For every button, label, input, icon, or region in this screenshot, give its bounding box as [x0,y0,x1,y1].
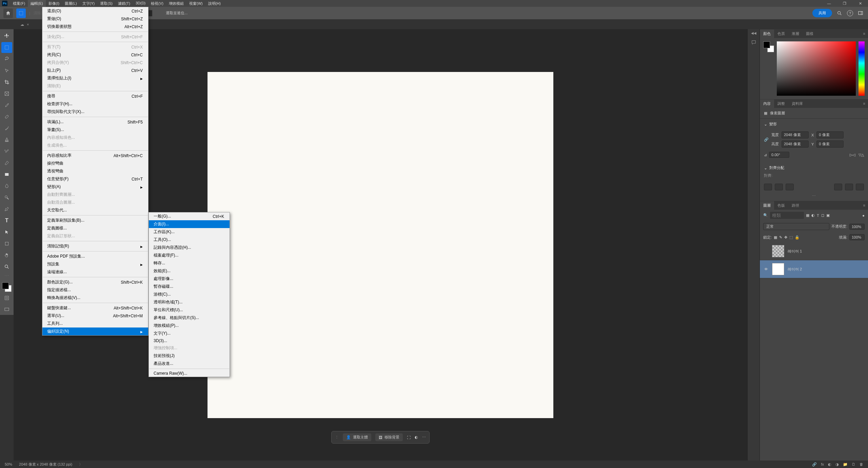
align-center-h[interactable] [775,184,783,190]
menu-item[interactable]: 拷貝(C)Ctrl+C [42,51,148,59]
menu-文字[interactable]: 文字(Y) [80,0,98,7]
type-tool[interactable]: T [1,215,12,226]
lock-pixels-icon[interactable]: ✎ [779,235,782,240]
filter-shape-icon[interactable]: ◻ [821,213,824,218]
menu-item[interactable]: 定義圖樣... [42,224,148,232]
menu-item[interactable]: 切換最後狀態Alt+Ctrl+Z [42,23,148,31]
layer-row[interactable]: 👁 레이어 2 [760,260,868,278]
lock-artboard-icon[interactable]: ⬚ [789,235,793,240]
menu-item[interactable]: 操控彎曲 [42,160,148,167]
menu-item[interactable]: 記錄與內容憑證(H)... [149,244,230,251]
stamp-tool[interactable] [1,134,12,145]
menu-item[interactable]: 內容感知比率Alt+Shift+Ctrl+C [42,152,148,160]
menu-item[interactable]: 天空取代... [42,206,148,214]
menu-item[interactable]: 游標(C)... [149,291,230,298]
menu-item[interactable]: 選擇性貼上(I) [42,74,148,82]
menu-影像[interactable]: 影像(I) [46,0,62,7]
opacity-value[interactable]: 100% [849,224,865,230]
menu-item[interactable]: 選單(U)...Alt+Shift+Ctrl+M [42,312,148,320]
layer-kind-filter[interactable] [770,212,804,219]
menu-item[interactable]: 預設集 [42,260,148,268]
hand-tool[interactable] [1,250,12,261]
more-icon[interactable]: ⋯ [422,435,426,439]
menu-3D[interactable]: 3D(D) [133,0,148,7]
document-tab[interactable]: ☁ × [17,20,32,29]
menu-視窗[interactable]: 視窗(W) [186,0,205,7]
angle-value[interactable]: 0.00° [769,152,789,158]
menu-item[interactable]: 筆畫(S)... [42,126,148,134]
layer-thumbnail[interactable] [772,263,784,275]
align-header[interactable]: 對齊分配 [764,165,864,170]
lock-position-icon[interactable]: ✥ [784,235,787,240]
menu-item[interactable]: 鍵盤快速鍵...Alt+Shift+Ctrl+K [42,304,148,312]
menu-item[interactable]: 偏好設定(N) [42,327,148,335]
align-right[interactable] [786,184,794,190]
filter-adjustment-icon[interactable]: ◐ [811,213,815,218]
tab-paths[interactable]: 路徑 [788,201,803,210]
menu-item[interactable]: 技術預視(J) [149,352,230,360]
new-layer-icon[interactable]: 🗋 [852,462,855,467]
layer-row[interactable]: 레이어 1 [760,242,868,260]
menu-item[interactable]: 填滿(L)...Shift+F5 [42,118,148,126]
panel-menu-icon[interactable]: ≡ [861,32,868,36]
align-left[interactable] [764,184,772,190]
height-value[interactable]: 2048 像素 [782,141,809,148]
transform-icon[interactable]: ⛶ [407,435,411,439]
y-value[interactable]: 0 像素 [816,141,844,148]
layer-name[interactable]: 레이어 1 [788,249,802,254]
adjustment-layer-icon[interactable]: ◑ [835,462,839,467]
pen-tool[interactable] [1,204,12,214]
menu-item[interactable]: 一般(G)...Ctrl+K [149,212,230,220]
maximize-button[interactable]: ❐ [837,0,852,7]
menu-item[interactable]: 產品改進... [149,360,230,368]
layer-mask-icon[interactable]: ◐ [828,462,831,467]
menu-item[interactable]: 還原(O)Ctrl+Z [42,7,148,15]
menu-檢視[interactable]: 檢視(V) [148,0,166,7]
align-top[interactable] [834,184,842,190]
share-button[interactable]: 共用 [812,9,832,17]
tab-layers[interactable]: 圖層 [760,201,774,210]
drag-handle-icon[interactable]: ⋮ [335,435,339,439]
menu-選取[interactable]: 選取(S) [97,0,115,7]
menu-圖層[interactable]: 圖層(L) [62,0,79,7]
history-brush-tool[interactable] [1,146,12,157]
eyedropper-tool[interactable] [1,100,12,111]
dodge-tool[interactable] [1,192,12,203]
minimize-button[interactable]: — [821,0,837,7]
blur-tool[interactable] [1,181,12,191]
panel-menu-icon[interactable]: ≡ [861,101,868,106]
menu-item[interactable]: 轉換為描述檔(V)... [42,294,148,302]
filter-type-icon[interactable]: T [817,213,819,218]
menu-item[interactable]: 介面(I)... [149,220,230,228]
menu-item[interactable]: 單位和尺標(U)... [149,306,230,314]
search-icon[interactable]: 🔍 [763,213,768,218]
x-value[interactable]: 0 像素 [816,131,844,138]
transform-header[interactable]: 變形 [764,121,864,127]
menu-item[interactable]: 貼上(P)Ctrl+V [42,67,148,74]
search-icon[interactable] [835,9,844,17]
adjustment-icon[interactable]: ◐ [415,435,418,439]
menu-編輯[interactable]: 編輯(E) [28,0,46,7]
menu-item[interactable]: 轉存... [149,259,230,267]
layer-name[interactable]: 레이어 2 [788,267,802,272]
menu-增效模組[interactable]: 增效模組 [166,0,186,7]
layer-thumbnail[interactable] [772,245,784,257]
menu-item[interactable]: 透明和色域(T)... [149,298,230,306]
menu-item[interactable]: 工具(O)... [149,236,230,244]
select-subject-button[interactable]: 👤 選取主體 [343,433,371,441]
menu-item[interactable]: Camera Raw(W)... [149,370,230,377]
tab-channels[interactable]: 色版 [774,201,788,210]
filter-toggle[interactable]: ● [862,213,865,218]
menu-item[interactable]: 增效模組(P)... [149,322,230,330]
close-button[interactable]: ✕ [852,0,868,7]
flip-horizontal-icon[interactable]: ▷◁ [850,153,855,157]
remove-background-button[interactable]: 🖼 移除背景 [375,433,403,441]
help-icon[interactable]: ? [847,10,853,16]
menu-item[interactable]: 顏色設定(G)...Shift+Ctrl+K [42,278,148,286]
menu-item[interactable]: Adobe PDF 預設集... [42,252,148,260]
color-picker-swatches[interactable] [763,41,774,52]
select-and-mask-button[interactable]: 選取並遮住... [166,11,188,16]
menu-item[interactable]: 尋找與取代文字(X)... [42,108,148,116]
delete-layer-icon[interactable]: 🗑 [860,462,863,467]
menu-item[interactable]: 變形(A) [42,183,148,191]
